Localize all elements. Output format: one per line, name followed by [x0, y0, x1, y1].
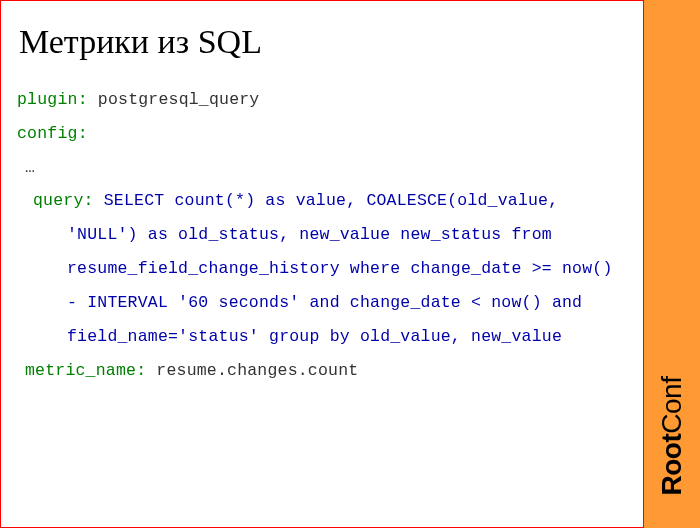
- code-line-metric: metric_name: resume.changes.count: [25, 354, 619, 388]
- val-plugin: postgresql_query: [98, 90, 260, 109]
- brand-light: Conf: [656, 377, 687, 434]
- key-config: config: [17, 124, 78, 143]
- code-line-plugin: plugin: postgresql_query: [17, 83, 619, 117]
- brand-sidebar: RootConf: [644, 0, 700, 528]
- brand-bold: Root: [656, 434, 687, 496]
- key-query: query: [33, 191, 84, 210]
- slide-content: Метрики из SQL plugin: postgresql_query …: [0, 0, 644, 528]
- code-line-query: query: SELECT count(*) as value, COALESC…: [25, 184, 619, 353]
- code-block: plugin: postgresql_query config: … query…: [1, 61, 643, 403]
- val-metric: resume.changes.count: [156, 361, 358, 380]
- key-metric: metric_name: [25, 361, 136, 380]
- code-line-config: config:: [17, 117, 619, 151]
- key-plugin: plugin: [17, 90, 78, 109]
- val-query: SELECT count(*) as value, COALESCE(old_v…: [67, 191, 613, 345]
- slide-title: Метрики из SQL: [1, 1, 643, 61]
- brand-logo: RootConf: [656, 377, 688, 496]
- code-line-ellipsis: …: [25, 151, 619, 185]
